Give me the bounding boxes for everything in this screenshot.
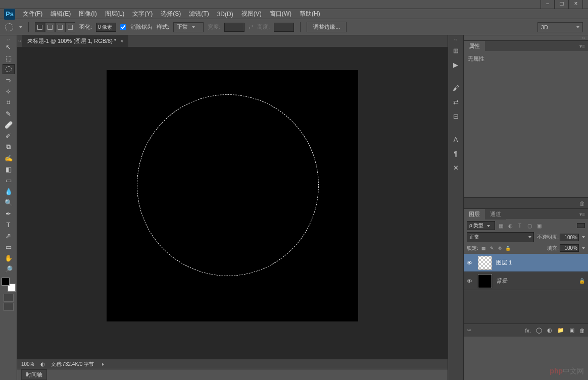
selection-new-button[interactable] [35,22,45,32]
elliptical-marquee-tool[interactable] [3,64,15,74]
dock-play-icon[interactable]: ▶ [450,59,461,70]
document-tab[interactable]: 未标题-1 @ 100% (图层 1, RGB/8) * × [22,35,128,47]
menu-3d[interactable]: 3D(D) [214,10,237,19]
trash-icon[interactable]: 🗑 [579,200,585,206]
menu-help[interactable]: 帮助(H) [296,9,324,19]
eraser-tool[interactable]: ◧ [3,164,15,174]
dock-brush-presets-icon[interactable]: ⇄ [450,96,461,107]
menu-type[interactable]: 文字(Y) [129,9,156,19]
path-selection-tool[interactable]: ⬀ [3,231,15,241]
opacity-dropdown-icon[interactable] [582,236,585,238]
healing-brush-tool[interactable]: 🩹 [3,120,15,130]
filter-shape-icon[interactable]: ▢ [525,222,533,230]
layer-visibility-icon[interactable]: 👁 [467,278,474,284]
link-layers-icon[interactable]: ⚯ [467,328,471,333]
dock-character-icon[interactable]: A [450,134,461,145]
dock-3d-icon[interactable]: ⊞ [450,45,461,56]
dock-expand-icon[interactable]: ‹‹ [454,37,457,42]
properties-tab[interactable]: 属性 [464,41,485,51]
lasso-tool[interactable]: ⊃ [3,75,15,85]
rectangular-marquee-tool[interactable]: ⬚ [3,53,15,63]
eyedropper-tool[interactable]: ✎ [3,108,15,119]
color-swatches[interactable] [2,278,16,292]
menu-select[interactable]: 选择(S) [157,9,184,19]
menu-view[interactable]: 视图(V) [238,9,265,19]
fill-input[interactable] [560,244,579,252]
layer-thumbnail[interactable] [478,274,492,288]
refine-edge-button[interactable]: 调整边缘... [307,22,347,32]
panels-collapse-icon[interactable]: ›› [464,35,588,40]
screen-mode-toggle[interactable] [4,303,14,311]
feather-input[interactable] [96,23,116,32]
crop-tool[interactable]: ⌗ [3,97,15,107]
window-max-button[interactable]: □ [555,0,569,9]
dock-layers-icon[interactable]: ⊟ [450,111,461,122]
new-layer-icon[interactable]: ▣ [569,327,574,334]
group-icon[interactable]: 📁 [557,327,564,334]
shape-tool[interactable]: ▭ [3,242,15,252]
move-tool[interactable]: ↖ [3,42,15,52]
blur-tool[interactable]: 💧 [3,186,15,196]
lock-image-icon[interactable]: ✎ [488,245,496,252]
layer-thumbnail[interactable] [478,256,492,270]
brush-tool[interactable]: ✐ [3,131,15,141]
gradient-tool[interactable]: ▭ [3,175,15,185]
tool-preset-dropdown-icon[interactable] [19,26,22,28]
menu-file[interactable]: 文件(F) [19,9,46,19]
lock-transparency-icon[interactable]: ▦ [480,245,487,252]
zoom-level[interactable]: 100% [21,361,34,367]
lock-position-icon[interactable]: ✥ [497,245,504,252]
filter-toggle[interactable] [577,223,585,228]
opacity-input[interactable] [560,234,579,241]
layer-visibility-icon[interactable]: 👁 [467,260,474,266]
workspace-selector[interactable]: 3D [537,22,583,32]
menu-window[interactable]: 窗口(W) [266,9,295,19]
menu-layer[interactable]: 图层(L) [102,9,128,19]
fx-icon[interactable]: fx. [525,328,531,334]
layer-mask-icon[interactable]: ◯ [536,327,542,334]
magic-wand-tool[interactable]: ✧ [3,86,15,96]
type-tool[interactable]: T [3,220,15,230]
filter-adjustment-icon[interactable]: ◐ [506,222,514,230]
blend-mode-select[interactable]: 正常 [467,232,534,242]
clone-stamp-tool[interactable]: ⧉ [3,142,15,152]
layer-filter-type-select[interactable]: ρ 类型 [467,221,495,230]
foreground-color[interactable] [2,278,10,286]
history-brush-tool[interactable]: ✍ [3,153,15,163]
dock-tools-icon[interactable]: ✕ [450,162,461,173]
menu-filter[interactable]: 滤镜(T) [185,9,212,19]
filter-type-icon[interactable]: T [516,222,524,230]
layer-name[interactable]: 图层 1 [496,259,585,266]
document-tab-close-icon[interactable]: × [120,38,123,44]
zoom-tool[interactable]: 🔎 [3,264,15,274]
layer-item[interactable]: 👁 图层 1 [464,254,588,272]
selection-subtract-button[interactable] [55,22,65,32]
selection-add-button[interactable] [45,22,55,32]
layers-panel-menu-icon[interactable]: ▾≡ [576,211,588,217]
adjustment-layer-icon[interactable]: ◐ [547,327,552,334]
lock-all-icon[interactable]: 🔒 [505,245,512,252]
dock-paragraph-icon[interactable]: ¶ [450,148,461,159]
filter-smartobj-icon[interactable]: ▣ [535,222,543,230]
antialias-checkbox[interactable] [120,24,126,30]
layer-item[interactable]: 👁 背景 🔒 [464,272,588,290]
layers-tab[interactable]: 图层 [464,209,485,220]
channels-tab[interactable]: 通道 [485,209,506,220]
dodge-tool[interactable]: 🔍 [3,197,15,207]
status-icon[interactable]: ◐ [40,361,45,367]
dock-brush-icon[interactable]: 🖌 [450,82,461,93]
filter-pixel-icon[interactable]: ▦ [497,222,505,230]
window-close-button[interactable]: × [569,0,583,9]
tool-preset-marquee-ellipse[interactable] [5,23,13,31]
doc-info[interactable]: 文档:732.4K/0 字节 [51,361,94,368]
hand-tool[interactable]: ✋ [3,253,15,263]
doc-tabs-expand-icon[interactable]: ›› [17,39,22,43]
quick-mask-toggle[interactable] [4,294,14,302]
pen-tool[interactable]: ✒ [3,208,15,219]
toolbox-expand-icon[interactable]: ›› [1,37,16,41]
properties-panel-menu-icon[interactable]: ▾≡ [576,43,588,49]
canvas[interactable] [107,70,358,321]
window-min-button[interactable]: － [541,0,555,9]
selection-intersect-button[interactable] [65,22,75,32]
menu-image[interactable]: 图像(I) [75,9,100,19]
